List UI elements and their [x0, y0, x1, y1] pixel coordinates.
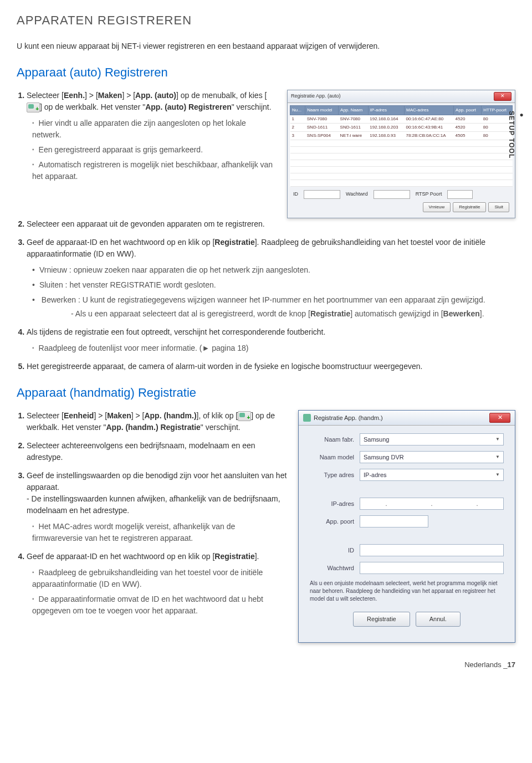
model-label: Naam model [310, 453, 354, 462]
port-input[interactable] [360, 515, 428, 528]
auto-step3-sluiten: Sluiten : het venster REGISTRATIE wordt … [32, 279, 515, 291]
section-manual-title: Apparaat (handmatig) Registratie [17, 383, 515, 402]
auto-step-4: Als tijdens de registratie een fout optr… [27, 326, 515, 354]
fabr-label: Naam fabr. [310, 435, 354, 444]
manual-step4-note-1: Raadpleeg de gebruikshandleiding van het… [32, 567, 287, 590]
auto-step-2: Selecteer een apparaat uit de gevonden a… [27, 218, 515, 230]
pw-label: Wachtwrd [310, 564, 354, 573]
close-button[interactable]: Sluit [488, 202, 509, 212]
auto-step3-bewerken: Bewerken : U kunt de registratiegegevens… [32, 294, 515, 320]
table-row[interactable]: 3SNS-SP004NET-i ware192.168.0.9378:2B:CB… [290, 132, 513, 140]
page-footer: Nederlands _17 [17, 659, 515, 670]
dlg1-title-text: Registratie App. (auto) [291, 93, 341, 100]
dlg1-rtsp-input[interactable] [447, 190, 473, 199]
section-auto-title: Apparaat (auto) Registreren [17, 63, 515, 81]
register-button[interactable]: Registratie [453, 202, 486, 212]
manual-step-1: Selecteer [Eenheid] > [Maken] > [App. (h… [27, 410, 287, 433]
ip-label: IP-adres [310, 499, 354, 509]
register-button[interactable]: Registratie [353, 612, 410, 627]
chevron-down-icon: ▼ [495, 472, 500, 478]
chevron-down-icon: ▼ [495, 454, 500, 460]
page-title: APPARATEN REGISTREREN [17, 11, 515, 29]
manual-step-2: Selecteer achtereenvolgens een bedrijfsn… [27, 440, 287, 463]
auto-step-1: Selecteer [Eenh.] > [Maken] > [App. (aut… [27, 90, 276, 182]
manual-step-3: Geef de instellingswaarden op die benodi… [27, 470, 287, 544]
table-row[interactable]: 1SNV-7080SNV-7080192.168.0.16400:16:6C:4… [290, 115, 513, 124]
port-label: App. poort [310, 517, 354, 526]
auto-step1-note-1: Hier vindt u alle apparaten die zijn aan… [32, 117, 276, 141]
dlg1-pw-label: Wachtwrd [346, 191, 368, 198]
dlg2-warning-note: Als u een onjuiste modelnaam selecteert,… [310, 580, 504, 603]
intro-text: U kunt een nieuw apparaat bij NET-i view… [17, 40, 515, 52]
dialog-auto-register: Registratie App. (auto) ✕ Nu... Naam mod… [287, 90, 515, 218]
toolbar-add-icon [27, 103, 40, 112]
auto-step1-note-2: Een geregistreerd apparaat is grijs gema… [32, 144, 276, 156]
fabr-select[interactable]: Samsung▼ [360, 433, 504, 445]
dialog-manual-register: Registratie App. (handm.) ✕ Naam fabr. S… [298, 410, 515, 643]
manual-step3-note: Het MAC-adres wordt mogelijk vereist, af… [32, 521, 287, 544]
chevron-down-icon: ▼ [495, 436, 500, 443]
dlg1-pw-input[interactable] [374, 190, 410, 199]
dlg1-id-input[interactable] [304, 190, 340, 199]
toolbar-add-icon [238, 411, 251, 421]
close-icon[interactable]: ✕ [489, 413, 510, 423]
dlg1-rtsp-label: RTSP Poort [416, 191, 442, 198]
manual-step4-note-2: De apparaatinformatie omvat de ID en het… [32, 593, 287, 617]
close-icon[interactable]: ✕ [494, 92, 511, 101]
dlg1-id-label: ID [293, 191, 298, 198]
dlg1-device-table: Nu... Naam model App. Naam IP-adres MAC-… [290, 105, 513, 187]
id-input[interactable] [360, 544, 504, 556]
id-label: ID [310, 546, 354, 555]
ip-input[interactable]: ... [360, 498, 504, 510]
pw-input[interactable] [360, 562, 504, 574]
auto-step4-note: Raadpleeg de foutenlijst voor meer infor… [32, 342, 515, 354]
auto-step-5: Het geregistreerde apparaat, de camera o… [27, 361, 515, 372]
refresh-button[interactable]: Vrnieuw [423, 202, 451, 212]
dialog-icon [303, 414, 311, 422]
type-label: Type adres [310, 470, 354, 480]
table-row[interactable]: 2SND-1611SND-1611192.168.0.20300:16:6C:4… [290, 124, 513, 132]
side-tab-setup-tool: SETUP TOOL [507, 111, 526, 158]
type-select[interactable]: IP-adres▼ [360, 469, 504, 481]
model-select[interactable]: Samsung DVR▼ [360, 451, 504, 463]
manual-step-4: Geef de apparaat-ID en het wachtwoord op… [27, 551, 287, 617]
dlg2-title-text: Registratie App. (handm.) [314, 413, 383, 423]
cancel-button[interactable]: Annul. [416, 612, 461, 627]
auto-step-3: Geef de apparaat-ID en het wachtwoord op… [27, 237, 515, 320]
auto-step1-note-3: Automatisch registreren is mogelijk niet… [32, 159, 276, 182]
auto-step3-vrnieuw: Vrnieuw : opnieuw zoeken naar apparaten … [32, 264, 515, 276]
